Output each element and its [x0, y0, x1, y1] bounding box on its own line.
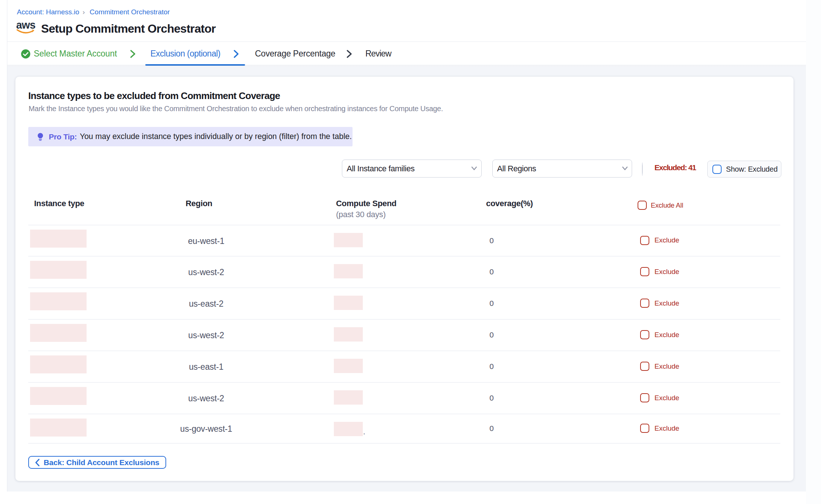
svg-text:aws: aws — [17, 20, 35, 31]
